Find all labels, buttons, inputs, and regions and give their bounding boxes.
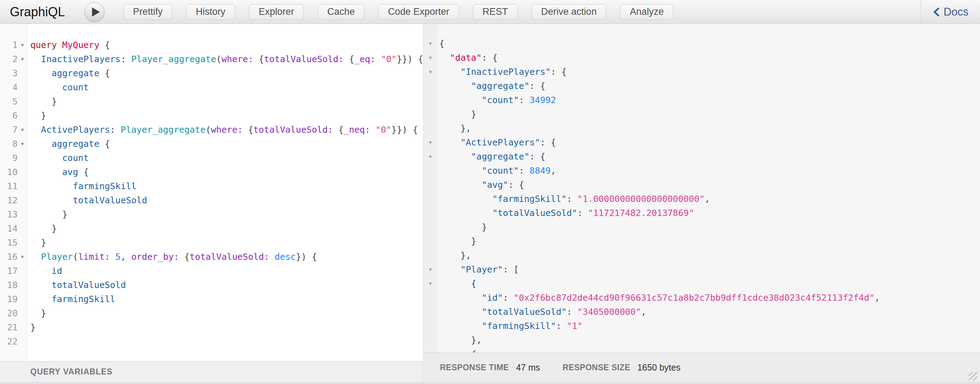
code-token: } — [30, 322, 36, 333]
code-token — [370, 124, 375, 135]
line-number: 5 — [0, 95, 18, 109]
response-size-value: 1650 bytes — [638, 362, 681, 373]
response-line: ▾ "data": { — [424, 51, 980, 65]
query-line: 18 totalValueSold — [0, 278, 424, 292]
code-token: : [ — [503, 264, 519, 275]
code-token: totalValueSold: — [190, 252, 269, 262]
fold-gutter-cell — [18, 207, 27, 221]
response-line: } — [424, 220, 980, 234]
line-number: 13 — [0, 207, 18, 221]
fold-arrow-icon[interactable]: ▾ — [18, 137, 27, 151]
fold-arrow-icon[interactable]: ▾ — [424, 277, 437, 291]
toolbar-button-derive-action[interactable]: Derive action — [531, 4, 606, 20]
response-time-label: RESPONSE TIME — [440, 363, 509, 372]
toolbar-button-explorer[interactable]: Explorer — [249, 4, 304, 20]
code-token: { — [439, 279, 476, 289]
code-token: "aggregate" — [471, 151, 530, 162]
code-token: InactivePlayers — [41, 54, 121, 64]
toolbar-button-prettify[interactable]: Prettify — [124, 4, 172, 20]
query-code: id — [27, 264, 62, 278]
response-line: "totalValueSold": "3405000000", — [424, 305, 980, 319]
code-token: _neq: — [344, 124, 370, 135]
response-line: }, — [424, 121, 980, 135]
toolbar-button-rest[interactable]: REST — [473, 4, 517, 20]
query-line: 14 } — [0, 221, 424, 236]
fold-arrow-icon[interactable]: ▾ — [424, 347, 437, 352]
fold-gutter-cell — [424, 192, 437, 206]
response-viewer[interactable]: ▾{▾ "data": {▾ "InactivePlayers": { "agg… — [424, 24, 980, 352]
code-token: 8849 — [530, 166, 550, 176]
code-token — [439, 293, 482, 303]
fold-arrow-icon[interactable]: ▾ — [424, 135, 437, 150]
fold-arrow-icon[interactable]: ▾ — [18, 123, 27, 137]
code-token: } — [439, 236, 476, 246]
resize-grip-icon[interactable] — [969, 372, 977, 381]
query-code: query MyQuery { — [27, 38, 110, 52]
code-token: : { — [482, 53, 497, 63]
code-token — [30, 294, 51, 304]
fold-gutter-cell — [424, 121, 437, 135]
toolbar: GraphiQL PrettifyHistoryExplorerCacheCod… — [0, 0, 980, 24]
response-code: "totalValueSold": "3405000000", — [437, 305, 646, 319]
execute-button[interactable] — [85, 2, 104, 22]
query-line: 22 — [0, 335, 424, 349]
toolbar-buttons: PrettifyHistoryExplorerCacheCode Exporte… — [124, 4, 687, 20]
response-code: "count": 8849, — [437, 164, 556, 178]
query-editor[interactable]: 1▾query MyQuery {2▾ InactivePlayers: Pla… — [0, 24, 424, 361]
fold-arrow-icon[interactable]: ▾ — [18, 38, 27, 52]
response-code: "data": { — [437, 51, 498, 65]
fold-arrow-icon[interactable]: ▾ — [424, 150, 437, 164]
fold-gutter-cell — [424, 206, 437, 220]
toolbar-button-code-exporter[interactable]: Code Exporter — [379, 4, 459, 20]
code-token: farmingSkill — [73, 181, 137, 191]
code-token: Player_aggregate — [131, 54, 216, 64]
code-token: id — [51, 266, 62, 276]
response-code: "totalValueSold": "117217482.20137869" — [437, 206, 694, 220]
code-token — [30, 68, 51, 78]
chevron-left-icon — [933, 7, 940, 17]
fold-gutter-cell — [424, 220, 437, 234]
query-code: } — [27, 320, 36, 335]
response-code: "aggregate": { — [437, 150, 546, 164]
response-code: } — [437, 107, 476, 121]
fold-arrow-icon[interactable]: ▾ — [18, 250, 27, 264]
code-token — [30, 266, 51, 276]
toolbar-button-cache[interactable]: Cache — [318, 4, 364, 20]
fold-gutter-cell — [18, 278, 27, 292]
response-code: "ActivePlayers": { — [437, 135, 556, 150]
response-code: { — [437, 277, 476, 291]
code-token: "117217482.20137869" — [588, 208, 694, 218]
code-token: "Player" — [460, 264, 503, 275]
code-token: query — [30, 40, 57, 50]
line-number: 16 — [0, 250, 18, 264]
code-token: ( — [216, 54, 221, 64]
fold-gutter-cell — [18, 221, 27, 236]
line-number: 1 — [0, 38, 18, 52]
fold-arrow-icon[interactable]: ▾ — [424, 263, 437, 277]
code-token: { — [99, 68, 110, 78]
fold-gutter-cell — [424, 93, 437, 107]
code-token: { — [439, 38, 444, 49]
fold-gutter-cell — [424, 291, 437, 305]
line-number: 11 — [0, 179, 18, 193]
fold-gutter-cell — [18, 165, 27, 179]
code-token: _eq: — [354, 54, 375, 64]
code-token — [30, 252, 41, 262]
response-code: } — [437, 234, 476, 249]
fold-arrow-icon[interactable]: ▾ — [424, 65, 437, 79]
fold-arrow-icon[interactable]: ▾ — [424, 37, 437, 51]
toolbar-button-analyze[interactable]: Analyze — [620, 4, 673, 20]
docs-label: Docs — [943, 6, 969, 18]
code-token: , — [875, 293, 880, 303]
query-variables-bar[interactable]: QUERY VARIABLES — [0, 361, 423, 382]
code-token: }, — [439, 335, 482, 345]
query-line: 12 totalValueSold — [0, 193, 424, 207]
fold-arrow-icon[interactable]: ▾ — [424, 51, 437, 65]
fold-gutter-cell — [424, 305, 437, 319]
fold-gutter-cell — [18, 95, 27, 109]
fold-arrow-icon[interactable]: ▾ — [18, 52, 27, 66]
toolbar-button-history[interactable]: History — [186, 4, 235, 20]
code-token — [439, 194, 492, 204]
docs-toggle[interactable]: Docs — [921, 0, 980, 24]
query-line: 4 count — [0, 80, 424, 95]
